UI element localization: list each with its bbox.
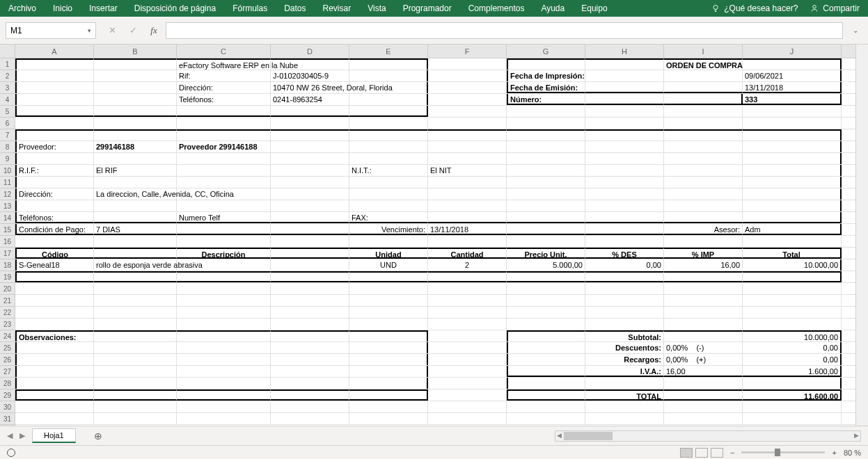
cell[interactable] [428,106,507,117]
cell[interactable] [428,58,507,70]
cell[interactable]: Adm [743,224,842,235]
row-header[interactable]: 24 [0,330,15,342]
cell[interactable]: Rif: [177,70,271,81]
cell[interactable] [15,82,94,93]
cell[interactable] [743,58,842,70]
row-header[interactable]: 17 [0,248,15,259]
cell[interactable] [507,58,585,70]
cell[interactable] [15,58,94,70]
cell[interactable]: Dirección: [15,188,94,200]
row-header[interactable]: 27 [0,366,15,378]
cell[interactable] [349,82,428,93]
cell[interactable]: El RIF [94,165,177,176]
row-header[interactable]: 5 [0,106,15,118]
row-header[interactable]: 12 [0,188,15,200]
cell-order-num[interactable]: 333 [743,94,842,105]
cell[interactable]: R.I.F.: [15,165,94,176]
cell[interactable]: J-0102030405-9 [271,70,349,81]
row-header[interactable]: 16 [0,236,15,248]
cell[interactable] [94,82,177,93]
menu-revisar[interactable]: Revisar [323,3,352,13]
cell[interactable] [177,129,271,140]
cell[interactable] [743,129,842,140]
cell[interactable] [585,58,664,70]
row-header[interactable]: 31 [0,413,15,425]
col-header[interactable]: I [664,45,743,58]
cell[interactable] [94,106,177,117]
cell[interactable]: Recargos: [585,354,664,365]
row-header[interactable]: 4 [0,94,15,106]
row-header[interactable]: 29 [0,389,15,401]
fx-icon[interactable]: fx [148,25,160,36]
add-sheet-icon[interactable]: ⊕ [94,430,102,442]
row-header[interactable]: 9 [0,153,15,165]
cell-hdr[interactable]: Descripción [177,248,271,259]
cell-hdr[interactable]: Total [743,248,842,259]
row-header[interactable]: 22 [0,307,15,319]
row-header[interactable]: 20 [0,283,15,295]
row-header[interactable]: 21 [0,295,15,307]
vertical-scrollbar[interactable] [855,45,868,426]
cancel-formula-icon[interactable]: ✕ [106,25,118,35]
col-header[interactable]: H [585,45,664,58]
cell[interactable]: 11.600,00 [743,389,842,401]
col-header[interactable]: J [743,45,842,58]
cell[interactable]: rollo de esponja verde abrasiva [94,259,177,271]
col-header[interactable]: E [349,45,428,58]
cell[interactable]: I.V.A.: [585,366,664,377]
zoom-level[interactable]: 80 % [844,449,861,457]
cell[interactable]: S-Geneal18 [15,259,94,271]
cell-company[interactable]: eFactory Software ERP en la Nube [177,58,271,70]
cell[interactable]: 5.000,00 [507,259,585,271]
expand-formula-icon[interactable]: ⌄ [849,26,862,34]
cell[interactable]: Fecha de Emisión: [507,82,585,93]
select-all-corner[interactable] [0,45,15,58]
row-header[interactable]: 28 [0,378,15,389]
row-header[interactable]: 23 [0,319,15,330]
row-header[interactable]: 19 [0,271,15,283]
cell[interactable] [664,106,743,117]
cell[interactable]: El NIT [428,165,507,176]
menu-disposicion[interactable]: Disposición de página [134,3,216,13]
cell[interactable] [585,129,664,140]
sheet-tab[interactable]: Hoja1 [32,428,76,443]
cell[interactable]: 10.000,00 [743,330,842,341]
cell[interactable] [664,129,743,140]
horizontal-scrollbar[interactable]: ◀ ▶ [555,430,861,442]
cell[interactable] [271,58,349,70]
menu-programador[interactable]: Programador [403,3,452,13]
cell[interactable] [664,82,743,93]
cell[interactable]: 13/11/2018 [743,82,842,93]
cell[interactable]: 299146188 [94,141,177,152]
cell[interactable] [94,58,177,70]
col-header[interactable]: G [507,45,585,58]
cell[interactable]: 16,00 [664,259,743,271]
cell[interactable]: Descuentos: [585,342,664,353]
cell[interactable]: 09/06/2021 [743,70,842,81]
cell[interactable] [271,106,349,117]
row-header[interactable]: 25 [0,342,15,354]
cell[interactable] [177,106,271,117]
col-header[interactable]: C [177,45,271,58]
zoom-out-icon[interactable]: − [730,449,734,457]
cell[interactable]: Dirección: [177,82,271,93]
zoom-slider[interactable] [741,451,825,453]
cell[interactable] [664,70,743,81]
confirm-formula-icon[interactable]: ✓ [127,25,139,35]
cell[interactable] [349,129,428,140]
view-normal-icon[interactable] [680,448,693,458]
cell[interactable] [15,94,94,105]
cell[interactable]: 2 [428,259,507,271]
cell[interactable] [585,106,664,117]
cell-hdr[interactable]: Código [15,248,94,259]
tab-prev-icon[interactable]: ◀ [7,431,13,440]
cell[interactable] [15,129,94,140]
cell[interactable] [507,129,585,140]
cell[interactable] [349,70,428,81]
cell[interactable] [428,94,507,105]
cell[interactable] [15,70,94,81]
cell[interactable] [15,106,94,117]
cell[interactable]: Fecha de Impresión: [507,70,585,81]
cell[interactable]: 10.000,00 [743,259,842,271]
cell[interactable]: 0,00% (+) [664,354,743,365]
